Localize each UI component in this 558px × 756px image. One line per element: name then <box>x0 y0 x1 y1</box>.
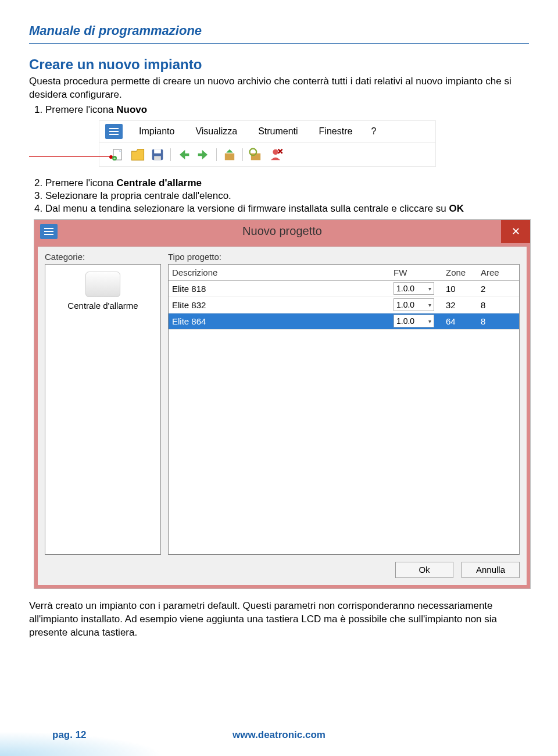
toolbar-separator <box>242 148 243 161</box>
page-footer: pag. 12 www.deatronic.com <box>0 709 558 756</box>
step-1-text: Premere l'icona <box>45 104 116 115</box>
svg-point-9 <box>273 149 278 155</box>
callout-arrow <box>29 156 110 157</box>
fw-select[interactable]: 1.0.0▾ <box>394 298 434 311</box>
categories-column: Categorie: Centrale d'allarme <box>45 252 161 555</box>
header-aree: Aree <box>481 268 516 277</box>
row-desc: Elite 832 <box>172 300 394 310</box>
app-menu-button[interactable] <box>105 124 123 139</box>
document-title: Manuale di programmazione <box>29 23 529 38</box>
step-1-bold: Nuovo <box>116 104 147 115</box>
closing-paragraph: Verrà creato un impianto con i parametri… <box>29 600 529 640</box>
menu-strumenti[interactable]: Strumenti <box>248 126 308 137</box>
cancel-button[interactable]: Annulla <box>462 562 520 578</box>
categories-list[interactable]: Centrale d'allarme <box>45 264 161 555</box>
project-type-label: Tipo progetto: <box>168 252 520 262</box>
svg-rect-6 <box>225 154 234 161</box>
type-row[interactable]: Elite 8321.0.0▾328 <box>169 297 519 313</box>
header-zone: Zone <box>446 268 481 277</box>
chevron-down-icon: ▾ <box>428 286 431 292</box>
row-aree: 8 <box>481 316 516 326</box>
svg-text:+: + <box>113 156 116 161</box>
categories-label: Categorie: <box>45 252 161 262</box>
category-item-label: Centrale d'allarme <box>50 301 156 311</box>
menu-finestre[interactable]: Finestre <box>309 126 363 137</box>
steps-list: Premere l'icona Nuovo <box>45 104 529 116</box>
save-icon[interactable] <box>149 147 166 163</box>
new-project-dialog: Nuovo progetto ✕ Categorie: Centrale d'a… <box>34 219 531 589</box>
dialog-menu-button[interactable] <box>40 224 58 239</box>
menu-bar: Impianto Visualizza Strumenti Finestre ? <box>99 121 435 143</box>
user-delete-icon[interactable] <box>267 147 284 163</box>
project-type-column: Tipo progetto: Descrizione FW Zone Aree … <box>168 252 520 555</box>
project-type-list[interactable]: Descrizione FW Zone Aree Elite 8181.0.0▾… <box>168 264 520 555</box>
alarm-panel-icon <box>85 272 120 297</box>
svg-rect-4 <box>154 149 161 154</box>
close-icon[interactable]: ✕ <box>501 220 530 243</box>
type-row[interactable]: Elite 8181.0.0▾102 <box>169 281 519 297</box>
header-desc: Descrizione <box>172 268 394 277</box>
row-zone: 64 <box>446 316 481 326</box>
category-item[interactable]: Centrale d'allarme <box>50 272 156 311</box>
step-4: Dal menu a tendina selezionare la versio… <box>45 203 529 215</box>
step-2-bold: Centrale d'allarme <box>116 177 202 188</box>
row-zone: 10 <box>446 284 481 294</box>
document-page: Manuale di programmazione Creare un nuov… <box>0 0 558 756</box>
step-4-text: Dal menu a tendina selezionare la versio… <box>45 203 449 214</box>
title-divider <box>29 43 529 44</box>
toolbar-separator <box>170 148 171 161</box>
open-folder-icon[interactable] <box>130 147 146 163</box>
step-1: Premere l'icona Nuovo <box>45 104 529 116</box>
chevron-down-icon: ▾ <box>428 302 431 308</box>
header-fw: FW <box>394 268 446 277</box>
dialog-button-row: Ok Annulla <box>45 562 520 578</box>
step-3: Selezionare la propria centrale dall'ele… <box>45 190 529 202</box>
step-2-text: Premere l'icona <box>45 177 116 188</box>
step-2: Premere l'icona Centrale d'allarme <box>45 177 529 189</box>
back-arrow-icon[interactable] <box>176 147 192 163</box>
step-4-bold: OK <box>449 203 464 214</box>
type-row[interactable]: Elite 8641.0.0▾648 <box>169 313 519 330</box>
app-toolbar: Impianto Visualizza Strumenti Finestre ?… <box>99 120 436 167</box>
menu-impianto[interactable]: Impianto <box>128 126 185 137</box>
section-title: Creare un nuovo impianto <box>29 56 529 73</box>
dialog-title: Nuovo progetto <box>63 224 501 238</box>
new-file-icon[interactable]: + <box>110 147 126 163</box>
intro-paragraph: Questa procedura permette di creare un n… <box>29 75 529 102</box>
ok-button[interactable]: Ok <box>395 562 453 578</box>
row-desc: Elite 818 <box>172 284 394 294</box>
icon-toolbar: + <box>99 143 435 166</box>
fw-select[interactable]: 1.0.0▾ <box>394 282 434 295</box>
chevron-down-icon: ▾ <box>428 318 431 324</box>
row-aree: 2 <box>481 284 516 294</box>
steps-list-continued: Premere l'icona Centrale d'allarme Selez… <box>45 177 529 215</box>
fw-select[interactable]: 1.0.0▾ <box>394 315 434 327</box>
toolbar-separator <box>216 148 217 161</box>
row-desc: Elite 864 <box>172 316 394 326</box>
toolbar-screenshot: Impianto Visualizza Strumenti Finestre ?… <box>99 120 436 167</box>
type-list-header: Descrizione FW Zone Aree <box>169 265 519 281</box>
menu-visualizza[interactable]: Visualizza <box>185 126 248 137</box>
dialog-titlebar: Nuovo progetto ✕ <box>34 220 530 243</box>
footer-url: www.deatronic.com <box>0 729 558 741</box>
svg-rect-5 <box>154 156 161 160</box>
row-aree: 8 <box>481 300 516 310</box>
upload-package-icon[interactable] <box>221 147 238 163</box>
row-zone: 32 <box>446 300 481 310</box>
refresh-package-icon[interactable] <box>248 147 264 163</box>
forward-arrow-icon[interactable] <box>195 147 212 163</box>
menu-help[interactable]: ? <box>363 126 384 137</box>
dialog-body: Categorie: Centrale d'allarme Tipo proge… <box>38 247 527 585</box>
